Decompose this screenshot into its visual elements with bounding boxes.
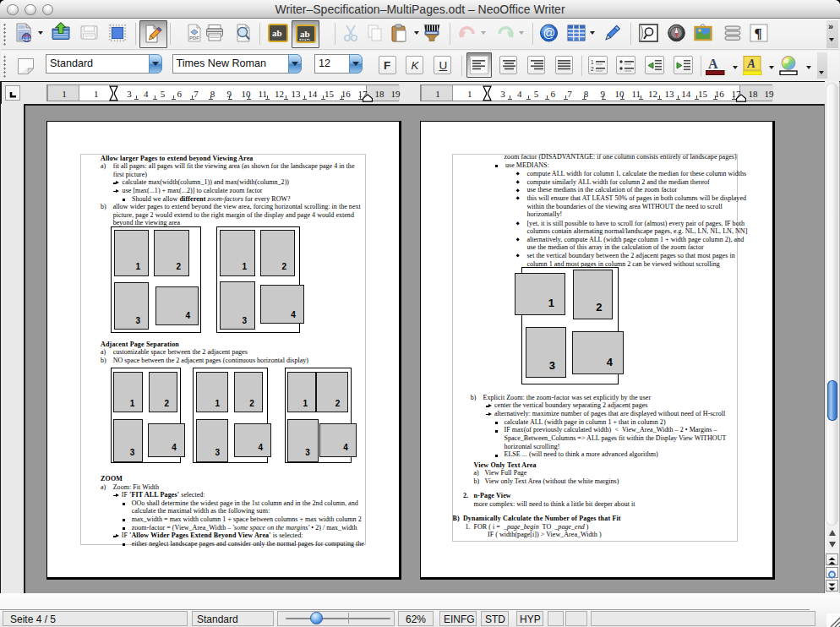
- svg-text:2: 2: [591, 66, 594, 72]
- svg-text:A: A: [747, 57, 755, 70]
- svg-text:¶: ¶: [755, 25, 762, 41]
- svg-text:@: @: [543, 26, 556, 40]
- svg-text:ab: ab: [272, 28, 282, 38]
- svg-text:PDF: PDF: [189, 35, 199, 41]
- svg-text:ab: ab: [300, 29, 310, 39]
- svg-text:1: 1: [591, 59, 594, 65]
- svg-text:A: A: [708, 57, 718, 71]
